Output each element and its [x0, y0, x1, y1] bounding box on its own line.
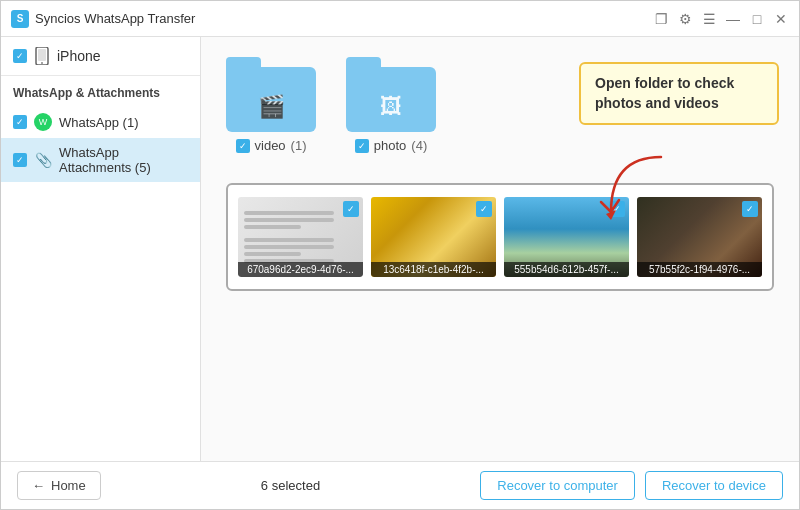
- attachments-checkbox[interactable]: ✓: [13, 153, 27, 167]
- photo-check-4: ✓: [742, 201, 758, 217]
- device-name: iPhone: [57, 48, 101, 64]
- bottom-bar: ← Home 6 selected Recover to computer Re…: [1, 461, 799, 509]
- photo-img-2: ✓ 13c6418f-c1eb-4f2b-...: [371, 197, 496, 277]
- settings-icon[interactable]: ⚙: [677, 11, 693, 27]
- sidebar-item-whatsapp[interactable]: ✓ W WhatsApp (1): [1, 106, 200, 138]
- sidebar-item-attachments[interactable]: ✓ 📎 WhatsApp Attachments (5): [1, 138, 200, 182]
- photo-folder-checkbox[interactable]: ✓: [355, 139, 369, 153]
- device-checkbox[interactable]: ✓: [13, 49, 27, 63]
- home-button[interactable]: ← Home: [17, 471, 101, 500]
- minimize-icon[interactable]: —: [725, 11, 741, 27]
- photo-folder-inner-icon: 🖼: [380, 94, 402, 120]
- home-arrow-icon: ←: [32, 478, 45, 493]
- photo-check-2: ✓: [476, 201, 492, 217]
- main-layout: ✓ iPhone WhatsApp & Attachments ✓ W What…: [1, 37, 799, 461]
- sidebar: ✓ iPhone WhatsApp & Attachments ✓ W What…: [1, 37, 201, 461]
- selected-count: 6 selected: [101, 478, 481, 493]
- doc-line-6: [244, 252, 301, 256]
- doc-line-1: [244, 211, 334, 215]
- svg-point-2: [41, 62, 43, 64]
- section-label: WhatsApp & Attachments: [1, 76, 200, 106]
- doc-line-4: [244, 238, 334, 242]
- recover-device-button[interactable]: Recover to device: [645, 471, 783, 500]
- app-icon: S: [11, 10, 29, 28]
- menu-icon[interactable]: ☰: [701, 11, 717, 27]
- folder-photo-icon: 🖼: [346, 57, 436, 132]
- content-area: 🎬 ✓ video (1) 🖼: [201, 37, 799, 461]
- window-controls: ❐ ⚙ ☰ — □ ✕: [653, 11, 789, 27]
- arrow-indicator: [591, 152, 671, 245]
- photos-strip: ✓ 670a96d2-2ec9-4d76-... ✓ 13c6418f-c1eb…: [226, 183, 774, 291]
- photo-folder-label: photo: [374, 138, 407, 153]
- photo-name-1: 670a96d2-2ec9-4d76-...: [238, 262, 363, 277]
- title-bar: S Syncios WhatsApp Transfer ❐ ⚙ ☰ — □ ✕: [1, 1, 799, 37]
- restore-icon[interactable]: ❐: [653, 11, 669, 27]
- photo-img-1: ✓ 670a96d2-2ec9-4d76-...: [238, 197, 363, 277]
- folder-video[interactable]: 🎬 ✓ video (1): [226, 57, 316, 153]
- app-title: Syncios WhatsApp Transfer: [35, 11, 653, 26]
- recover-computer-button[interactable]: Recover to computer: [480, 471, 635, 500]
- video-folder-count: (1): [291, 138, 307, 153]
- doc-line-5: [244, 245, 334, 249]
- whatsapp-label: WhatsApp (1): [59, 115, 138, 130]
- device-row: ✓ iPhone: [1, 37, 200, 76]
- video-folder-label: video: [255, 138, 286, 153]
- video-folder-inner-icon: 🎬: [258, 94, 285, 120]
- whatsapp-icon: W: [34, 113, 52, 131]
- photo-thumb-2[interactable]: ✓ 13c6418f-c1eb-4f2b-...: [371, 197, 496, 277]
- photo-name-4: 57b55f2c-1f94-4976-...: [637, 262, 762, 277]
- doc-line-2: [244, 218, 334, 222]
- attachment-icon: 📎: [34, 151, 52, 169]
- callout-tooltip: Open folder to check photos and videos: [579, 62, 779, 125]
- photo-check-1: ✓: [343, 201, 359, 217]
- iphone-icon: [33, 47, 51, 65]
- whatsapp-checkbox[interactable]: ✓: [13, 115, 27, 129]
- folder-video-icon: 🎬: [226, 57, 316, 132]
- maximize-icon[interactable]: □: [749, 11, 765, 27]
- video-folder-checkbox[interactable]: ✓: [236, 139, 250, 153]
- photo-folder-count: (4): [411, 138, 427, 153]
- folder-photo[interactable]: 🖼 ✓ photo (4): [346, 57, 436, 153]
- photo-name-3: 555b54d6-612b-457f-...: [504, 262, 629, 277]
- close-icon[interactable]: ✕: [773, 11, 789, 27]
- home-label: Home: [51, 478, 86, 493]
- photo-name-2: 13c6418f-c1eb-4f2b-...: [371, 262, 496, 277]
- svg-rect-1: [38, 49, 46, 61]
- photo-thumb-1[interactable]: ✓ 670a96d2-2ec9-4d76-...: [238, 197, 363, 277]
- doc-line-3: [244, 225, 301, 229]
- attachments-label: WhatsApp Attachments (5): [59, 145, 188, 175]
- action-buttons: Recover to computer Recover to device: [480, 471, 783, 500]
